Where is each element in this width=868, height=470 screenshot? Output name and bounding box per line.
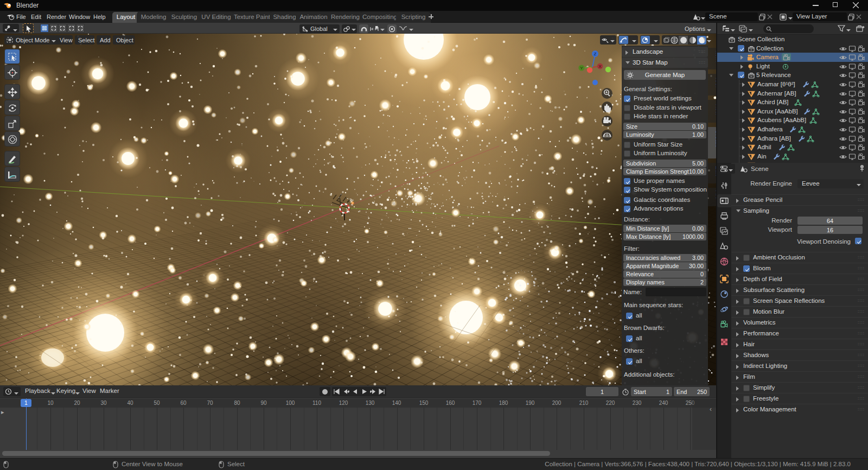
svg-text:Y: Y — [580, 66, 583, 71]
svg-text:X: X — [598, 64, 602, 69]
svg-text:Z: Z — [594, 52, 597, 56]
